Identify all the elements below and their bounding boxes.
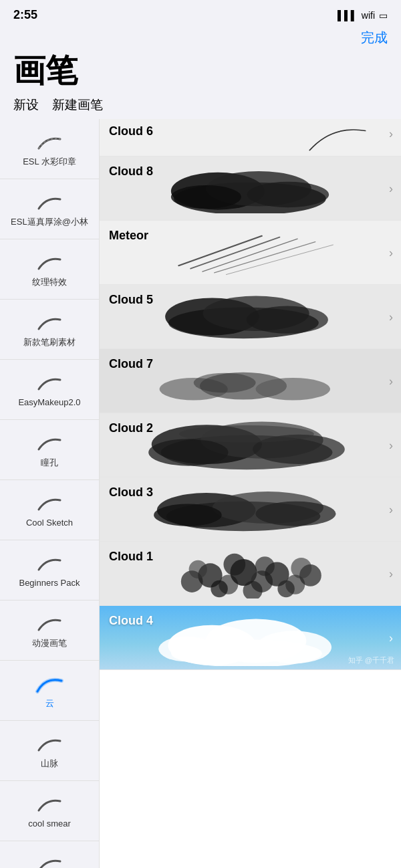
sidebar-label-beginners-pack: Beginners Pack xyxy=(19,578,80,589)
sidebar-item-pupil[interactable]: 瞳孔 xyxy=(0,420,99,480)
sidebar-item-easymakeup[interactable]: EasyMakeup2.0 xyxy=(0,360,99,420)
cloud8-preview xyxy=(140,167,360,213)
brush-stroke-icon xyxy=(33,732,65,756)
sidebar-item-esl-watercolor[interactable]: ESL 水彩印章 xyxy=(0,119,99,179)
sidebar-label-cloud: 云 xyxy=(45,698,54,710)
main-content: ESL 水彩印章 ESL逼真厚涂@小林 纹理特效 新款笔刷素材 EasyMake xyxy=(0,119,401,868)
sidebar-label-pupil: 瞳孔 xyxy=(41,457,58,469)
chevron-icon: › xyxy=(389,438,393,452)
sidebar-label-new-brush: 新款笔刷素材 xyxy=(23,337,76,348)
brush-stroke-icon xyxy=(33,310,65,334)
svg-point-47 xyxy=(256,631,331,663)
sidebar-label-texture: 纹理特效 xyxy=(32,277,67,288)
done-button[interactable]: 完成 xyxy=(361,29,388,47)
brush-name-cloud1: Cloud 1 xyxy=(109,550,153,564)
brush-row-cloud2[interactable]: Cloud 2 › xyxy=(100,413,401,477)
wifi-icon: wifi xyxy=(362,10,375,21)
cloud3-preview xyxy=(140,484,347,532)
svg-line-9 xyxy=(226,245,333,274)
sidebar-item-cloud[interactable]: 云 xyxy=(0,661,99,721)
svg-point-43 xyxy=(291,558,311,578)
chevron-icon: › xyxy=(389,127,393,141)
sidebar-item-eyelashes[interactable]: Eyelashes xyxy=(0,841,99,868)
brush-row-meteor[interactable]: Meteor › xyxy=(100,221,401,285)
battery-icon: ▭ xyxy=(379,10,388,21)
chevron-icon: › xyxy=(389,631,393,645)
svg-point-4 xyxy=(171,185,241,209)
chevron-icon: › xyxy=(389,566,393,580)
cloud6-preview xyxy=(261,122,381,156)
svg-point-13 xyxy=(247,306,328,334)
svg-point-23 xyxy=(179,425,314,443)
brush-stroke-icon xyxy=(33,250,65,274)
new-set-button[interactable]: 新设 xyxy=(13,96,39,114)
brush-row-cloud5[interactable]: Cloud 5 › xyxy=(100,285,401,349)
action-row: 新设 新建画笔 xyxy=(0,94,401,119)
svg-point-16 xyxy=(256,378,330,400)
cloud2-preview xyxy=(133,419,360,471)
sidebar-item-cool-sketch[interactable]: Cool Sketch xyxy=(0,480,99,540)
sidebar-item-anime-pen[interactable]: 动漫画笔 xyxy=(0,601,99,661)
brush-list: Cloud 6 › Cloud 8 › xyxy=(99,119,401,868)
brush-name-cloud8: Cloud 8 xyxy=(109,165,153,179)
brush-name-cloud4: Cloud 4 xyxy=(109,614,153,628)
brush-row-cloud6[interactable]: Cloud 6 › xyxy=(100,119,401,156)
chevron-icon: › xyxy=(389,310,393,324)
svg-point-17 xyxy=(194,373,256,393)
sidebar-label-anime-pen: 动漫画笔 xyxy=(32,638,67,649)
sidebar-label-cool-sketch: Cool Sketch xyxy=(26,518,73,529)
brush-stroke-icon xyxy=(33,431,65,455)
sidebar-label-esl-thick: ESL逼真厚涂@小林 xyxy=(11,217,88,228)
sidebar-item-esl-thick[interactable]: ESL逼真厚涂@小林 xyxy=(0,179,99,239)
cloud7-preview xyxy=(140,361,347,405)
svg-line-7 xyxy=(203,239,297,272)
brush-name-cloud2: Cloud 2 xyxy=(109,421,153,435)
sidebar-label-mountain: 山脉 xyxy=(41,758,58,770)
brush-stroke-icon xyxy=(33,130,65,154)
brush-stroke-icon xyxy=(33,551,65,575)
brush-row-cloud7[interactable]: Cloud 7 › xyxy=(100,349,401,413)
svg-point-28 xyxy=(154,504,222,526)
brush-stroke-icon xyxy=(33,491,65,515)
brush-name-cloud3: Cloud 3 xyxy=(109,485,153,500)
svg-line-8 xyxy=(215,242,315,273)
brush-row-cloud1[interactable]: Cloud 1 xyxy=(100,542,401,606)
cloud4-preview xyxy=(153,613,340,666)
sidebar-item-new-brush[interactable]: 新款笔刷素材 xyxy=(0,300,99,360)
brush-name-cloud5: Cloud 5 xyxy=(109,293,153,307)
sidebar-label-esl-watercolor: ESL 水彩印章 xyxy=(23,156,76,168)
brush-stroke-icon xyxy=(33,611,65,635)
svg-point-41 xyxy=(223,554,245,576)
brush-stroke-icon-cloud xyxy=(33,671,65,695)
watermark: 知乎 @千千君 xyxy=(348,655,394,665)
status-icons: ▌▌▌ wifi ▭ xyxy=(338,10,388,21)
page-title: 画笔 xyxy=(13,49,388,92)
brush-row-cloud8[interactable]: Cloud 8 › xyxy=(100,156,401,221)
chevron-icon: › xyxy=(389,502,393,516)
svg-point-37 xyxy=(211,580,227,597)
svg-line-5 xyxy=(178,236,261,265)
signal-icon: ▌▌▌ xyxy=(338,10,358,21)
brush-stroke-icon xyxy=(33,852,65,868)
svg-line-6 xyxy=(190,237,279,269)
sidebar-item-mountain[interactable]: 山脉 xyxy=(0,721,99,781)
brush-row-cloud4[interactable]: Cloud 4 › 知乎 @千千君 xyxy=(100,606,401,670)
brush-name-meteor: Meteor xyxy=(109,229,148,243)
status-bar: 2:55 ▌▌▌ wifi ▭ xyxy=(0,0,401,26)
new-brush-button[interactable]: 新建画笔 xyxy=(52,96,103,114)
brush-row-cloud3[interactable]: Cloud 3 › xyxy=(100,477,401,542)
brush-stroke-icon xyxy=(33,370,65,395)
chevron-icon: › xyxy=(389,374,393,388)
svg-point-3 xyxy=(247,182,329,208)
svg-point-40 xyxy=(189,560,207,578)
meteor-preview xyxy=(133,224,367,278)
header: 完成 xyxy=(0,26,401,47)
svg-point-39 xyxy=(277,580,294,597)
sidebar-item-texture[interactable]: 纹理特效 xyxy=(0,239,99,300)
chevron-icon: › xyxy=(389,181,393,195)
sidebar-item-beginners-pack[interactable]: Beginners Pack xyxy=(0,540,99,601)
brush-name-cloud6: Cloud 6 xyxy=(109,124,153,138)
svg-point-27 xyxy=(255,502,336,526)
sidebar-item-cool-smear[interactable]: cool smear xyxy=(0,781,99,841)
sidebar-label-cool-smear: cool smear xyxy=(28,819,71,830)
